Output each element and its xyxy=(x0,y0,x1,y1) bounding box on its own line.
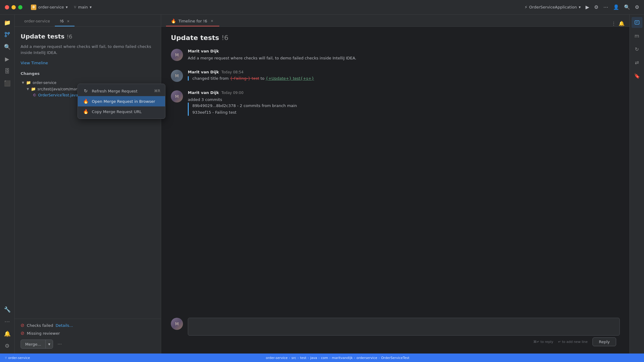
tab-timeline-close[interactable]: ✕ xyxy=(210,18,214,23)
context-refresh-shortcut: ⌘R xyxy=(154,89,160,93)
tree-src-folder-icon: 📁 xyxy=(31,87,36,91)
activity-search[interactable]: 🔍 xyxy=(2,41,13,52)
activity-database[interactable]: 🗄 xyxy=(2,65,13,76)
far-right-bookmark-icon[interactable]: 🔖 xyxy=(632,70,642,81)
context-copy-url-label: Copy Merge Request URL xyxy=(92,109,160,114)
settings-icon[interactable]: ⚙ xyxy=(635,4,639,10)
app-name[interactable]: ⚡ OrderServiceApplication ▾ xyxy=(525,5,581,9)
run-icon[interactable]: ▶ xyxy=(586,4,589,10)
breadcrumb-sep-4: › xyxy=(318,356,320,360)
change-label: changed title from xyxy=(192,76,229,81)
context-open-browser[interactable]: 🔥 Open Merge Request in Browser xyxy=(78,96,165,106)
services-icon[interactable]: ⚙ xyxy=(594,4,598,10)
branch-chevron: ▾ xyxy=(90,5,92,9)
avatar-img-1: M xyxy=(171,49,183,61)
checks-failed-text: Checks failed xyxy=(27,323,53,328)
avatar-2: M xyxy=(171,70,183,82)
newline-hint-text: ↵ to add new line xyxy=(558,340,588,344)
mr-number: !6 xyxy=(67,33,72,40)
svg-point-2 xyxy=(5,35,6,37)
view-timeline-link[interactable]: View Timeline xyxy=(21,61,48,65)
avatar-img-3: M xyxy=(171,90,183,102)
tab-close-mr[interactable]: ✕ xyxy=(67,19,70,23)
left-panel: order-service !6 ✕ Update tests !6 Add a… xyxy=(15,15,161,354)
titlebar: 0 order-service ▾ ⑂ main ▾ ⚡ OrderServic… xyxy=(0,0,644,15)
left-content: Update tests !6 Add a merge request wher… xyxy=(15,27,161,319)
avatar-commenter: M xyxy=(171,318,183,330)
branch-icon: ⑂ xyxy=(74,5,76,9)
reply-hint-text: ⌘↵ to reply xyxy=(533,340,553,344)
tab-timeline[interactable]: 🔥 Timeline for !6 ✕ xyxy=(166,16,219,26)
entry-change-2: changed title from {-Failing-} test to {… xyxy=(188,76,620,81)
tab-timeline-icon: 🔥 xyxy=(171,18,176,23)
breadcrumb-item-2: src xyxy=(291,356,296,360)
far-right-refresh-icon[interactable]: ↻ xyxy=(632,44,642,55)
entry-change-bar-2 xyxy=(188,76,189,81)
activity-git[interactable] xyxy=(2,29,13,40)
breadcrumb-sep-2: › xyxy=(297,356,299,360)
browser-icon: 🔥 xyxy=(83,99,89,104)
checks-details-link[interactable]: Details... xyxy=(56,323,73,328)
timeline-entry-1: M Marit van Dijk Add a merge request whe… xyxy=(171,49,620,61)
activity-terminal[interactable]: ⬛ xyxy=(2,78,13,89)
context-refresh[interactable]: ↻ Refresh Merge Request ⌘R xyxy=(78,86,165,96)
missing-reviewer-icon: ⊘ xyxy=(21,330,25,336)
breadcrumb-sep-6: › xyxy=(354,356,355,360)
context-refresh-label: Refresh Merge Request xyxy=(92,89,151,93)
entry-author-1: Marit van Dijk xyxy=(188,49,219,53)
context-copy-url[interactable]: 🔥 Copy Merge Request URL xyxy=(78,106,165,117)
commit-line-1: 89b49029...8bd2c378 - 2 commits from bra… xyxy=(192,102,620,109)
breadcrumb-item-8: OrderServiceTest xyxy=(381,356,410,360)
traffic-red[interactable] xyxy=(5,5,9,9)
tab-order-service[interactable]: order-service xyxy=(19,16,55,26)
activity-plugins[interactable]: 🔧 xyxy=(2,304,13,315)
tab-action-bell[interactable]: 🔔 xyxy=(619,21,625,26)
branch-selector[interactable]: ⑂ main ▾ xyxy=(74,5,92,9)
breadcrumb-item-5: com xyxy=(321,356,328,360)
tab-mr[interactable]: !6 ✕ xyxy=(55,16,75,26)
merge-more-button[interactable]: ⋯ xyxy=(55,340,64,348)
activity-run[interactable]: ▶ xyxy=(2,53,13,64)
search-icon[interactable]: 🔍 xyxy=(624,4,630,10)
traffic-yellow[interactable] xyxy=(12,5,16,9)
merge-button[interactable]: Merge... ▾ xyxy=(21,340,53,349)
comment-input[interactable] xyxy=(188,318,619,334)
activity-more[interactable]: ⋯ xyxy=(2,316,13,327)
breadcrumb: order-service › src › test › java › com … xyxy=(266,356,410,360)
entry-header-2: Marit van Dijk Today 08:54 xyxy=(188,70,620,74)
entry-author-3: Marit van Dijk xyxy=(188,90,219,95)
activity-folder[interactable]: 📁 xyxy=(2,17,13,28)
user-icon[interactable]: 👤 xyxy=(613,4,619,10)
entry-time-3: Today 09:00 xyxy=(221,91,244,95)
traffic-green[interactable] xyxy=(18,5,22,9)
breadcrumb-sep-5: › xyxy=(329,356,330,360)
far-right-changes-icon[interactable]: m xyxy=(632,30,642,41)
project-name: order-service xyxy=(38,5,64,9)
tab-timeline-label: Timeline for !6 xyxy=(178,19,207,23)
tab-action-more[interactable]: ⋮ xyxy=(611,21,616,26)
activity-notifications[interactable]: 🔔 xyxy=(2,328,13,339)
activity-settings[interactable]: ⚙ xyxy=(2,340,13,351)
project-selector[interactable]: 0 order-service ▾ xyxy=(31,5,68,10)
more-icon[interactable]: ⋯ xyxy=(603,4,608,10)
copy-icon: 🔥 xyxy=(83,109,89,114)
far-right-diff-icon[interactable]: ⇄ xyxy=(632,57,642,68)
right-tab-actions: ⋮ 🔔 xyxy=(611,21,625,26)
entry-author-2: Marit van Dijk xyxy=(188,70,219,74)
entry-header-3: Marit van Dijk Today 09:00 xyxy=(188,90,620,95)
app-icon: ⚡ xyxy=(525,5,527,9)
checks-failed-status: ⊘ Checks failed Details... xyxy=(21,323,155,328)
comment-hint: ⌘↵ to reply ↵ to add new line Reply xyxy=(188,336,620,349)
comment-input-wrap xyxy=(188,318,620,336)
merge-btn-arrow-icon[interactable]: ▾ xyxy=(45,340,53,348)
statusbar-project[interactable]: ⑂ order-service xyxy=(4,356,31,360)
branch-name: main xyxy=(78,5,88,9)
reply-button[interactable]: Reply xyxy=(593,337,616,346)
merge-btn-label: Merge... xyxy=(21,340,45,348)
far-right-sidebar: m ↻ ⇄ 🔖 xyxy=(629,15,644,354)
far-right-timeline-icon[interactable] xyxy=(632,17,642,28)
app-chevron: ▾ xyxy=(579,5,581,9)
project-chevron: ▾ xyxy=(66,5,68,9)
breadcrumb-sep-7: › xyxy=(378,356,380,360)
change-from: {-Failing-} test xyxy=(230,76,259,81)
